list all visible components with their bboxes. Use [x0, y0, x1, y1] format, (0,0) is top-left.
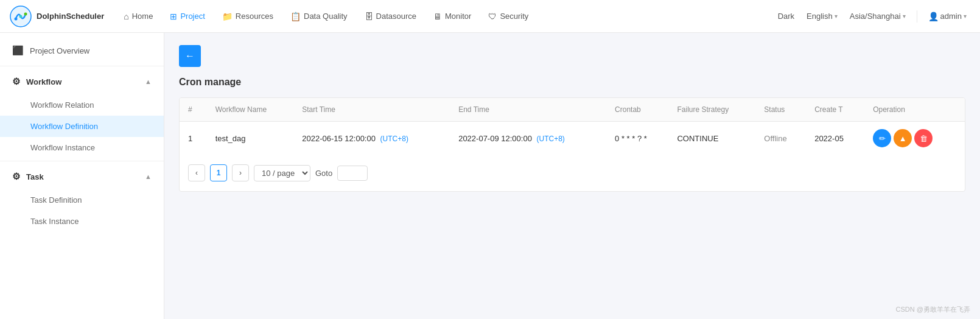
col-end-time: End Time	[450, 98, 606, 122]
body-area: ⬛ Project Overview ⚙ Workflow ▲ Workflow…	[0, 33, 980, 319]
col-workflow-name: Workflow Name	[207, 98, 294, 122]
end-time-value: 2022-07-09 12:00:00	[458, 134, 532, 143]
cell-end-time: 2022-07-09 12:00:00 (UTC+8)	[450, 122, 606, 155]
col-crontab: Crontab	[606, 98, 668, 122]
col-num: #	[180, 98, 207, 122]
security-icon: 🛡	[488, 12, 497, 21]
next-page-button[interactable]: ›	[232, 164, 249, 181]
datasource-icon: 🗄	[365, 12, 373, 21]
nav-project[interactable]: ⊞ Project	[163, 8, 212, 25]
end-time-utc: (UTC+8)	[537, 135, 565, 143]
project-overview-icon: ⬛	[12, 45, 24, 56]
page-title: Cron manage	[179, 77, 965, 88]
workflow-chevron-icon: ▲	[145, 78, 152, 85]
prev-page-button[interactable]: ‹	[188, 164, 205, 181]
timezone-chevron-icon: ▾	[903, 13, 906, 19]
cell-start-time: 2022-06-15 12:00:00 (UTC+8)	[293, 122, 450, 155]
cron-table: # Workflow Name Start Time End Time Cron…	[180, 98, 965, 155]
project-icon: ⊞	[170, 12, 177, 21]
sidebar-divider-2	[0, 161, 164, 161]
monitor-icon: 🖥	[433, 12, 442, 21]
back-button[interactable]: ←	[179, 45, 201, 67]
nav-right-area: Dark English ▾ Asia/Shanghai ▾ 👤 admin ▾	[774, 9, 970, 24]
sidebar-item-task-instance[interactable]: Task Instance	[0, 211, 164, 232]
svg-point-2	[19, 15, 23, 18]
cell-num: 1	[180, 122, 207, 155]
col-create-time: Create T	[806, 98, 864, 122]
run-button[interactable]: ▲	[894, 129, 912, 147]
next-icon: ›	[239, 169, 242, 177]
nav-home[interactable]: ⌂ Home	[116, 8, 160, 25]
cell-crontab: 0 * * * ? *	[606, 122, 668, 155]
nav-datasource[interactable]: 🗄 Datasource	[357, 8, 424, 25]
theme-toggle[interactable]: Dark	[774, 9, 798, 23]
language-selector[interactable]: English ▾	[803, 9, 841, 23]
goto-label: Goto	[315, 169, 332, 178]
prev-icon: ‹	[195, 169, 198, 177]
sidebar-item-workflow-definition[interactable]: Workflow Definition	[0, 116, 164, 137]
cell-failure-strategy: CONTINUE	[668, 122, 755, 155]
watermark: CSDN @勇敢羊羊在飞弄	[896, 305, 970, 314]
home-icon: ⌂	[124, 12, 128, 21]
sidebar-item-workflow-instance[interactable]: Workflow Instance	[0, 137, 164, 158]
cell-status: Offline	[755, 122, 806, 155]
resources-icon: 📁	[222, 12, 233, 21]
edit-button[interactable]: ✏	[873, 129, 891, 147]
pagination: ‹ 1 › 10 / page 20 / page 50 / page Goto	[180, 155, 965, 191]
sidebar-item-task-definition[interactable]: Task Definition	[0, 189, 164, 211]
sidebar-section-task[interactable]: ⚙ Task ▲	[0, 164, 164, 189]
back-arrow-icon: ←	[185, 51, 195, 61]
col-start-time: Start Time	[293, 98, 450, 122]
task-section-icon: ⚙	[12, 171, 20, 182]
logo[interactable]: DolphinScheduler	[10, 5, 104, 27]
cron-table-container: # Workflow Name Start Time End Time Cron…	[179, 97, 965, 192]
sidebar-divider-1	[0, 66, 164, 66]
delete-button[interactable]: 🗑	[914, 129, 933, 147]
col-operation: Operation	[864, 98, 965, 122]
sidebar-section-workflow[interactable]: ⚙ Workflow ▲	[0, 69, 164, 94]
sidebar-item-workflow-relation[interactable]: Workflow Relation	[0, 94, 164, 116]
cell-operation: ✏ ▲ 🗑	[864, 122, 965, 155]
goto-input[interactable]	[337, 166, 368, 181]
col-status: Status	[755, 98, 806, 122]
language-chevron-icon: ▾	[835, 13, 838, 19]
nav-data-quality[interactable]: 📋 Data Quality	[283, 8, 355, 25]
start-time-value: 2022-06-15 12:00:00	[302, 134, 376, 143]
col-failure-strategy: Failure Strategy	[668, 98, 755, 122]
operation-buttons: ✏ ▲ 🗑	[873, 129, 956, 147]
main-content: ← Cron manage # Workflow Name Start Time…	[164, 33, 980, 319]
nav-security[interactable]: 🛡 Security	[481, 8, 536, 25]
page-1-label: 1	[217, 169, 221, 177]
app-name: DolphinScheduler	[37, 12, 104, 21]
cell-create-time: 2022-05	[806, 122, 864, 155]
task-chevron-icon: ▲	[145, 173, 152, 180]
start-time-utc: (UTC+8)	[380, 135, 408, 143]
cell-workflow-name: test_dag	[207, 122, 294, 155]
table-header-row: # Workflow Name Start Time End Time Cron…	[180, 98, 965, 122]
svg-point-1	[15, 17, 18, 20]
svg-point-3	[24, 12, 27, 15]
top-navigation: DolphinScheduler ⌂ Home ⊞ Project 📁 Reso…	[0, 0, 980, 33]
nav-resources[interactable]: 📁 Resources	[215, 8, 281, 25]
data-quality-icon: 📋	[290, 12, 301, 21]
page-1-button[interactable]: 1	[210, 164, 227, 181]
sidebar-item-project-overview[interactable]: ⬛ Project Overview	[0, 38, 164, 63]
workflow-section-icon: ⚙	[12, 76, 20, 87]
user-menu[interactable]: 👤 admin ▾	[925, 9, 970, 24]
timezone-selector[interactable]: Asia/Shanghai ▾	[846, 9, 909, 23]
nav-monitor[interactable]: 🖥 Monitor	[426, 8, 478, 25]
nav-divider	[917, 10, 917, 23]
user-chevron-icon: ▾	[964, 13, 967, 19]
sidebar: ⬛ Project Overview ⚙ Workflow ▲ Workflow…	[0, 33, 164, 319]
status-badge: Offline	[764, 134, 786, 143]
page-size-selector[interactable]: 10 / page 20 / page 50 / page	[254, 165, 310, 181]
user-icon: 👤	[928, 12, 939, 21]
table-row: 1 test_dag 2022-06-15 12:00:00 (UTC+8) 2…	[180, 122, 965, 155]
logo-icon	[10, 5, 32, 27]
